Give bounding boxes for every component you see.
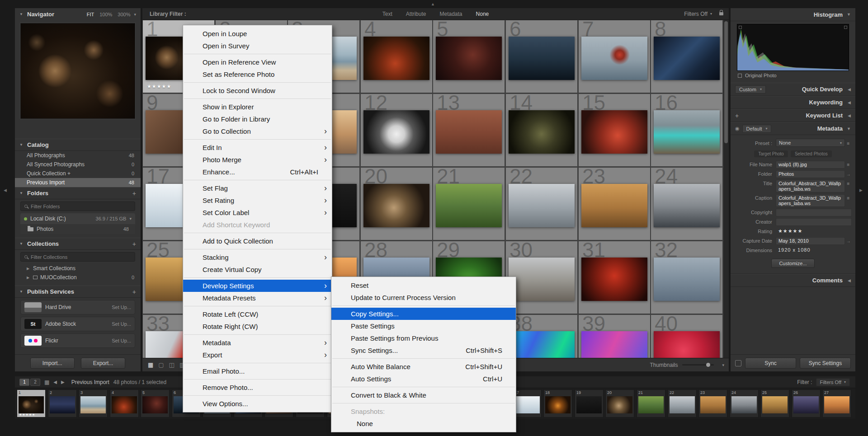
menu-item-set-as-reference-photo[interactable]: Set as Reference Photo (183, 68, 332, 80)
grid-cell-5[interactable]: 5 (433, 20, 505, 93)
grid-view-icon[interactable]: ▦ (148, 361, 153, 368)
menu-item-develop-settings[interactable]: Develop Settings› (183, 280, 332, 292)
field-value[interactable]: Colorful_Abstract_3D_Wallpapers_laba.ws (776, 194, 845, 207)
add-folder-button[interactable]: + (132, 190, 136, 197)
compare-view-icon[interactable]: ◫ (169, 361, 175, 368)
filmstrip-thumb-22[interactable]: 22 (668, 389, 697, 417)
publish-service-flickr[interactable]: FlickrSet Up... (20, 333, 135, 348)
menu-item-create-virtual-copy[interactable]: Create Virtual Copy (183, 263, 332, 276)
submenu-item-auto-settings[interactable]: Auto SettingsCtrl+U (331, 373, 516, 385)
submenu-item-none[interactable]: None (331, 417, 516, 430)
filmstrip-thumb-3[interactable]: 3 (79, 389, 108, 417)
setup-link[interactable]: Set Up... (112, 305, 131, 310)
filter-mode-attribute[interactable]: Attribute (406, 11, 426, 17)
thumbnail-size-slider[interactable] (682, 364, 714, 366)
filmstrip-source[interactable]: Previous Import (71, 379, 109, 385)
metadata-view-dropdown[interactable]: Default ▾ (742, 125, 772, 133)
shadow-clipping-indicator[interactable] (739, 26, 742, 29)
export-button[interactable]: Export... (81, 358, 126, 369)
grid-cell-7[interactable]: 7 (578, 20, 651, 93)
submenu-item-paste-settings[interactable]: Paste Settings (331, 320, 516, 332)
filmstrip-thumb-4[interactable]: 4 (110, 389, 139, 417)
submenu-item-update-to-current-process-version[interactable]: Update to Current Process Version (331, 291, 516, 304)
quick-develop-header[interactable]: Custom ▾ Quick Develop ◀ (731, 83, 855, 96)
grid-cell-39[interactable]: 39 (578, 314, 651, 358)
submenu-item-snapshots[interactable]: Snapshots: (331, 405, 516, 417)
menu-item-lock-to-second-window[interactable]: Lock to Second Window (183, 84, 332, 97)
field-value[interactable]: Photos (776, 170, 845, 178)
grid-view-icon[interactable]: ▦ (44, 379, 49, 385)
metadata-preset-dropdown[interactable]: None ▾ (776, 139, 845, 147)
add-publish-service-button[interactable]: + (132, 289, 136, 295)
menu-item-open-in-survey[interactable]: Open in Survey (183, 40, 332, 52)
menu-item-edit-in[interactable]: Edit In› (183, 141, 332, 154)
filmstrip-thumb-2[interactable]: 2 (48, 389, 77, 417)
collapse-left-panel-arrow[interactable]: ◀ (4, 188, 7, 192)
add-collection-button[interactable]: + (132, 241, 136, 247)
filmstrip-thumb-25[interactable]: 25 (760, 389, 789, 417)
add-keyword-button[interactable]: + (735, 112, 739, 119)
grid-cell-6[interactable]: 6 (505, 20, 578, 93)
catalog-header[interactable]: ▼ Catalog (15, 139, 141, 151)
grid-cell-12[interactable]: 12 (360, 94, 433, 167)
collection-item-muocollection[interactable]: ▶MUOCollection0 (15, 273, 141, 282)
catalog-item-previous-import[interactable]: Previous Import48 (15, 178, 141, 187)
menu-item-set-rating[interactable]: Set Rating› (183, 194, 332, 206)
setup-link[interactable]: Set Up... (112, 338, 131, 343)
filmstrip-thumb-21[interactable]: 21 (637, 389, 665, 417)
navigator-header[interactable]: ▼ Navigator FIT100%300% ▾ (15, 8, 141, 20)
submenu-item-copy-settings[interactable]: Copy Settings... (331, 308, 516, 320)
catalog-item-all-photographs[interactable]: All Photographs48 (15, 151, 141, 160)
menu-item-rotate-left-ccw[interactable]: Rotate Left (CCW) (183, 308, 332, 320)
comments-header[interactable]: Comments ◀ (731, 274, 855, 287)
histogram[interactable] (737, 24, 849, 71)
menu-item-metadata[interactable]: Metadata› (183, 337, 332, 349)
filmstrip-thumb-18[interactable]: 18 (543, 389, 572, 417)
catalog-item-all-synced-photographs[interactable]: All Synced Photographs0 (15, 160, 141, 169)
filter-collections-input[interactable]: Filter Collections (20, 252, 135, 262)
grid-cell-30[interactable]: 30 (505, 241, 578, 314)
menu-item-enhance[interactable]: Enhance...Ctrl+Alt+I (183, 166, 332, 178)
collections-header[interactable]: ▼ Collections + (15, 238, 141, 250)
lock-icon[interactable] (719, 12, 723, 15)
grid-scrollbar[interactable] (723, 20, 729, 358)
filmstrip-thumb-17[interactable]: 17 (513, 389, 542, 417)
volume-row-local-disk[interactable]: Local Disk (C:) 36.9 / 215 GB ▾ (20, 213, 135, 224)
highlight-clipping-indicator[interactable] (844, 26, 847, 29)
folder-item-photos[interactable]: Photos 48 (20, 224, 135, 234)
grid-cell-22[interactable]: 22 (505, 167, 578, 240)
grid-cell-16[interactable]: 16 (651, 94, 723, 167)
histogram-header[interactable]: Histogram ▼ (731, 8, 855, 21)
publish-services-header[interactable]: ▼ Publish Services + (15, 286, 141, 298)
submenu-item-convert-to-black-white[interactable]: Convert to Black & White (331, 389, 516, 401)
go-forward-icon[interactable]: ▶ (61, 380, 65, 384)
grid-cell-23[interactable]: 23 (578, 167, 651, 240)
quick-develop-preset-dropdown[interactable]: Custom ▾ (735, 85, 766, 94)
publish-service-hard-drive[interactable]: Hard DriveSet Up... (20, 300, 135, 314)
field-action-icon[interactable]: ≡ (845, 180, 852, 186)
grid-cell-40[interactable]: 40 (651, 314, 723, 358)
volume-chevron-icon[interactable]: ▾ (129, 216, 132, 221)
navigator-zoom-100[interactable]: 100% (99, 12, 112, 17)
slider-knob[interactable] (706, 363, 710, 367)
import-button[interactable]: Import... (30, 358, 75, 369)
filmstrip-thumb-27[interactable]: 27 (822, 389, 851, 417)
loupe-view-icon[interactable]: ▢ (158, 361, 164, 368)
navigator-preview[interactable] (20, 23, 135, 119)
grid-cell-32[interactable]: 32 (651, 241, 723, 314)
menu-item-set-flag[interactable]: Set Flag› (183, 182, 332, 194)
menu-item-add-to-quick-collection[interactable]: Add to Quick Collection (183, 235, 332, 247)
menu-item-email-photo[interactable]: Email Photo... (183, 365, 332, 377)
grid-cell-31[interactable]: 31 (578, 241, 651, 314)
menu-item-stacking[interactable]: Stacking› (183, 251, 332, 263)
menu-item-open-in-loupe[interactable]: Open in Loupe (183, 28, 332, 40)
publish-service-adobe-stock[interactable]: StAdobe StockSet Up... (20, 317, 135, 331)
autosync-toggle-icon[interactable] (735, 360, 741, 366)
field-action-icon[interactable]: ≡ (845, 194, 852, 201)
customize-button[interactable]: Customize... (771, 259, 814, 268)
menu-item-set-color-label[interactable]: Set Color Label› (183, 206, 332, 219)
menu-item-open-in-reference-view[interactable]: Open in Reference View (183, 56, 332, 68)
collection-item-smart-collections[interactable]: ▶Smart Collections (15, 264, 141, 273)
folders-header[interactable]: ▼ Folders + (15, 187, 141, 199)
field-action-icon[interactable]: → (845, 170, 852, 177)
